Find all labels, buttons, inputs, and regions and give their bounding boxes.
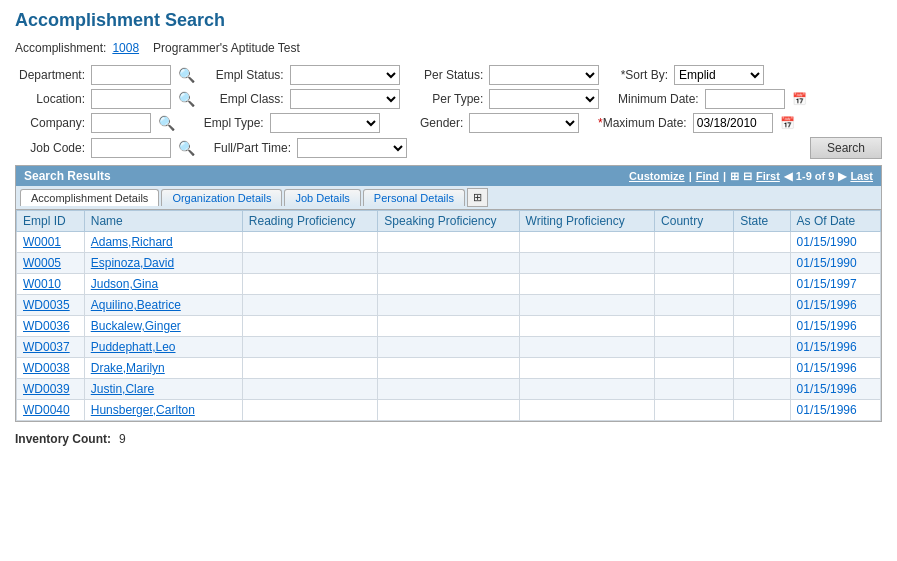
jobcode-search-icon[interactable]: 🔍 — [178, 140, 195, 156]
cell-state — [734, 253, 790, 274]
cell-reading — [242, 253, 378, 274]
tab-accomplishment-details[interactable]: Accomplishment Details — [20, 189, 159, 206]
cell-emplid[interactable]: WD0037 — [17, 337, 85, 358]
results-nav: Customize | Find | ⊞ ⊟ First ◀ 1-9 of 9 … — [629, 170, 873, 183]
cell-name[interactable]: Hunsberger,Carlton — [84, 400, 242, 421]
cell-speaking — [378, 274, 519, 295]
pertype-select[interactable] — [489, 89, 599, 109]
table-row: W0005 Espinoza,David 01/15/1990 — [17, 253, 881, 274]
cell-emplid[interactable]: WD0040 — [17, 400, 85, 421]
grid-icon[interactable]: ⊞ — [730, 170, 739, 183]
cell-emplid[interactable]: W0005 — [17, 253, 85, 274]
tab-organization-details[interactable]: Organization Details — [161, 189, 282, 206]
cell-speaking — [378, 400, 519, 421]
page-title: Accomplishment Search — [15, 10, 882, 31]
pertype-label: Per Type: — [418, 92, 483, 106]
cell-country — [655, 337, 734, 358]
cell-name[interactable]: Espinoza,David — [84, 253, 242, 274]
nav-next-icon[interactable]: ▶ — [838, 170, 846, 183]
cell-country — [655, 316, 734, 337]
cell-date: 01/15/1996 — [790, 295, 880, 316]
sortby-select[interactable]: Emplid — [674, 65, 764, 85]
inventory-value: 9 — [119, 432, 126, 446]
search-button[interactable]: Search — [810, 137, 882, 159]
find-link[interactable]: Find — [696, 170, 719, 182]
cell-country — [655, 274, 734, 295]
cell-name[interactable]: Aquilino,Beatrice — [84, 295, 242, 316]
location-search-icon[interactable]: 🔍 — [178, 91, 195, 107]
jobcode-input[interactable] — [91, 138, 171, 158]
accomplishment-name: Programmer's Aptitude Test — [153, 41, 300, 55]
customize-link[interactable]: Customize — [629, 170, 685, 182]
company-search-icon[interactable]: 🔍 — [158, 115, 175, 131]
cell-speaking — [378, 316, 519, 337]
cell-date: 01/15/1996 — [790, 358, 880, 379]
department-input[interactable] — [91, 65, 171, 85]
search-results-container: Search Results Customize | Find | ⊞ ⊟ Fi… — [15, 165, 882, 422]
cell-emplid[interactable]: WD0035 — [17, 295, 85, 316]
cell-speaking — [378, 295, 519, 316]
cell-emplid[interactable]: WD0038 — [17, 358, 85, 379]
maxdate-calendar-icon[interactable]: 📅 — [780, 116, 795, 130]
nav-prev-icon[interactable]: ◀ — [784, 170, 792, 183]
cell-date: 01/15/1990 — [790, 253, 880, 274]
cell-name[interactable]: Judson,Gina — [84, 274, 242, 295]
first-link[interactable]: First — [756, 170, 780, 182]
fullpart-select[interactable] — [297, 138, 407, 158]
company-input[interactable] — [91, 113, 151, 133]
pagination-label: 1-9 of 9 — [796, 170, 835, 182]
table-row: WD0040 Hunsberger,Carlton 01/15/1996 — [17, 400, 881, 421]
tab-extra-icon[interactable]: ⊞ — [467, 188, 488, 207]
accomplishment-row: Accomplishment: 1008 Programmer's Aptitu… — [15, 41, 882, 55]
accomplishment-id-link[interactable]: 1008 — [112, 41, 139, 55]
cell-emplid[interactable]: W0001 — [17, 232, 85, 253]
cell-name[interactable]: Justin,Clare — [84, 379, 242, 400]
emplstatus-select[interactable] — [290, 65, 400, 85]
department-label: Department: — [15, 68, 85, 82]
cell-name[interactable]: Buckalew,Ginger — [84, 316, 242, 337]
cell-country — [655, 253, 734, 274]
cell-speaking — [378, 337, 519, 358]
mindate-calendar-icon[interactable]: 📅 — [792, 92, 807, 106]
cell-writing — [519, 379, 655, 400]
empltype-select[interactable] — [270, 113, 380, 133]
cell-state — [734, 232, 790, 253]
table-row: W0001 Adams,Richard 01/15/1990 — [17, 232, 881, 253]
tab-personal-details[interactable]: Personal Details — [363, 189, 465, 206]
cell-writing — [519, 337, 655, 358]
cell-emplid[interactable]: WD0036 — [17, 316, 85, 337]
mindate-label: Minimum Date: — [618, 92, 699, 106]
tab-job-details[interactable]: Job Details — [284, 189, 360, 206]
cell-writing — [519, 274, 655, 295]
table-icon[interactable]: ⊟ — [743, 170, 752, 183]
cell-country — [655, 295, 734, 316]
emplclass-select[interactable] — [290, 89, 400, 109]
col-header-state: State — [734, 211, 790, 232]
cell-speaking — [378, 232, 519, 253]
perstatus-select[interactable] — [489, 65, 599, 85]
col-header-country: Country — [655, 211, 734, 232]
tabs-row: Accomplishment Details Organization Deta… — [16, 186, 881, 210]
last-link[interactable]: Last — [850, 170, 873, 182]
cell-emplid[interactable]: W0010 — [17, 274, 85, 295]
cell-date: 01/15/1990 — [790, 232, 880, 253]
maxdate-input[interactable] — [693, 113, 773, 133]
location-input[interactable] — [91, 89, 171, 109]
gender-select[interactable] — [469, 113, 579, 133]
cell-emplid[interactable]: WD0039 — [17, 379, 85, 400]
mindate-input[interactable] — [705, 89, 785, 109]
cell-name[interactable]: Drake,Marilyn — [84, 358, 242, 379]
cell-writing — [519, 253, 655, 274]
col-header-writing: Writing Proficiency — [519, 211, 655, 232]
cell-name[interactable]: Puddephatt,Leo — [84, 337, 242, 358]
cell-reading — [242, 400, 378, 421]
cell-date: 01/15/1996 — [790, 379, 880, 400]
table-row: WD0036 Buckalew,Ginger 01/15/1996 — [17, 316, 881, 337]
emplclass-label: Empl Class: — [214, 92, 284, 106]
col-header-speaking: Speaking Proficiency — [378, 211, 519, 232]
jobcode-label: Job Code: — [15, 141, 85, 155]
cell-state — [734, 337, 790, 358]
cell-name[interactable]: Adams,Richard — [84, 232, 242, 253]
perstatus-label: Per Status: — [418, 68, 483, 82]
department-search-icon[interactable]: 🔍 — [178, 67, 195, 83]
